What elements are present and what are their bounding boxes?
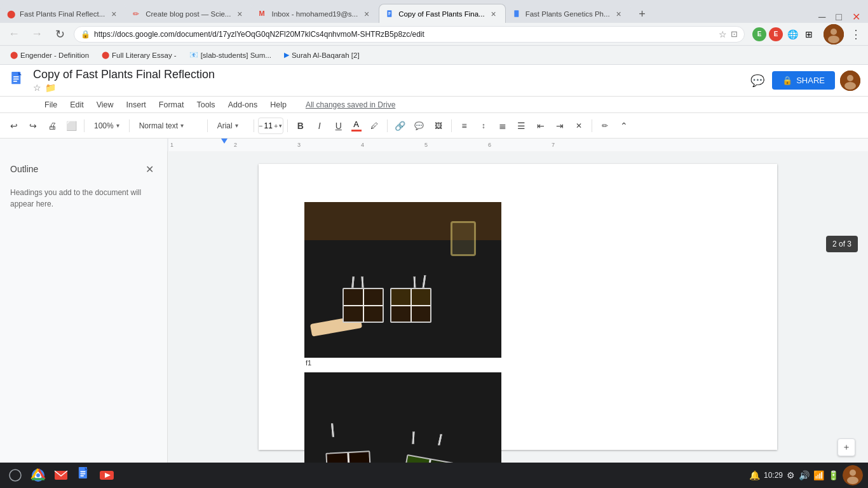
editing-mode-button[interactable]: ✏ bbox=[596, 117, 614, 135]
doc-scroll[interactable]: f1 bbox=[168, 151, 868, 463]
tab4-close[interactable]: × bbox=[489, 9, 499, 19]
expand-button[interactable]: ⌃ bbox=[615, 117, 633, 135]
taskbar-battery-icon[interactable]: 🔋 bbox=[828, 470, 839, 480]
taskbar-youtube-icon[interactable] bbox=[97, 465, 117, 485]
menu-edit[interactable]: Edit bbox=[64, 98, 90, 111]
taskbar-user-avatar[interactable] bbox=[843, 465, 863, 485]
minimize-button[interactable]: ─ bbox=[816, 11, 828, 23]
menu-view[interactable]: View bbox=[90, 98, 120, 111]
ext-icon-3[interactable]: 🌐 bbox=[785, 27, 799, 41]
sidebar-header: Outline ✕ bbox=[10, 161, 157, 177]
doc-image-2[interactable] bbox=[304, 372, 501, 463]
svg-rect-12 bbox=[13, 81, 17, 82]
tab5-close[interactable]: × bbox=[614, 9, 624, 19]
text-color-button[interactable]: A bbox=[349, 118, 364, 133]
tab5-title: Fast Plants Genetics Ph... bbox=[526, 10, 610, 18]
back-button[interactable]: ← bbox=[5, 25, 23, 43]
underline-button[interactable]: U bbox=[330, 117, 348, 135]
decrease-indent-button[interactable]: ⇤ bbox=[532, 117, 550, 135]
tab-inbox[interactable]: M Inbox - hmohamed19@s... × bbox=[252, 4, 379, 23]
menu-help[interactable]: Help bbox=[264, 98, 293, 111]
comment-toolbar-button[interactable]: 💬 bbox=[410, 117, 428, 135]
page-indicator-text: 2 of 3 bbox=[832, 240, 851, 248]
ext-icon-2[interactable]: E bbox=[769, 27, 783, 41]
ordered-list-button[interactable]: ≣ bbox=[494, 117, 512, 135]
svg-rect-4 bbox=[514, 10, 519, 17]
sidebar-close-button[interactable]: ✕ bbox=[142, 161, 157, 177]
forward-button[interactable]: → bbox=[28, 25, 46, 43]
align-button[interactable]: ≡ bbox=[456, 117, 473, 135]
taskbar-gmail-icon[interactable] bbox=[51, 465, 71, 485]
undo-button[interactable]: ↩ bbox=[5, 117, 23, 135]
share-button[interactable]: 🔒 SHARE bbox=[772, 71, 835, 90]
notification-icon[interactable]: 🔔 bbox=[749, 470, 760, 480]
taskbar-chrome-icon[interactable] bbox=[28, 465, 48, 485]
paint-format-button[interactable]: ⬜ bbox=[62, 117, 80, 135]
font-size-plus[interactable]: + bbox=[274, 122, 278, 130]
line-spacing-button[interactable]: ↕ bbox=[475, 117, 492, 135]
new-tab-button[interactable]: + bbox=[634, 5, 651, 23]
style-dropdown[interactable]: Normal text ▾ bbox=[133, 119, 203, 133]
link-button[interactable]: 🔗 bbox=[391, 117, 409, 135]
user-avatar[interactable] bbox=[840, 71, 860, 91]
menu-file[interactable]: File bbox=[38, 98, 64, 111]
doc-image-1[interactable] bbox=[304, 202, 501, 358]
taskbar-volume-icon[interactable]: 🔊 bbox=[799, 470, 810, 480]
svg-point-7 bbox=[828, 36, 839, 43]
highlight-button[interactable]: 🖊 bbox=[365, 117, 383, 135]
scroll-to-bottom-button[interactable]: ＋ bbox=[837, 438, 855, 456]
share-label: SHARE bbox=[796, 76, 825, 85]
svg-point-42 bbox=[847, 477, 858, 484]
font-size-minus[interactable]: − bbox=[259, 122, 262, 130]
tab-create-blog[interactable]: ✏ Create blog post — Scie... × bbox=[126, 4, 252, 23]
cast-icon[interactable]: ⊡ bbox=[731, 29, 738, 39]
bold-button[interactable]: B bbox=[292, 117, 309, 135]
tab-fast-plants-final[interactable]: ⬤ Fast Plants Final Reflect... × bbox=[0, 4, 126, 23]
clear-formatting-button[interactable]: ✕ bbox=[570, 117, 588, 135]
tab1-close[interactable]: × bbox=[109, 9, 119, 19]
ext-icon-1[interactable]: E bbox=[752, 27, 766, 41]
ext-icon-4[interactable]: ⊞ bbox=[802, 27, 816, 41]
taskbar-wifi-icon[interactable]: 📶 bbox=[813, 470, 824, 480]
profile-avatar[interactable] bbox=[824, 24, 844, 44]
image-button[interactable]: 🖼 bbox=[430, 117, 447, 135]
folder-icon[interactable]: 📁 bbox=[45, 83, 56, 93]
bookmark-literary-essay[interactable]: ⬤ Full Literary Essay - bbox=[97, 50, 182, 60]
print-button[interactable]: 🖨 bbox=[43, 117, 61, 135]
tab-copy-fast-plants[interactable]: Copy of Fast Plants Fina... × bbox=[379, 4, 506, 23]
star-doc-icon[interactable]: ☆ bbox=[33, 83, 41, 93]
font-size-arrow: ▾ bbox=[279, 123, 282, 129]
redo-button[interactable]: ↪ bbox=[24, 117, 42, 135]
menu-insert[interactable]: Insert bbox=[120, 98, 153, 111]
unordered-list-button[interactable]: ☰ bbox=[513, 117, 531, 135]
tab1-title: Fast Plants Final Reflect... bbox=[20, 10, 105, 18]
url-box[interactable]: 🔒 https://docs.google.com/document/d/17y… bbox=[74, 26, 745, 43]
bookmark-surah[interactable]: ▶ Surah Al-Baqarah [2] bbox=[279, 50, 365, 60]
reload-button[interactable]: ↻ bbox=[51, 25, 69, 43]
bookmark-engender[interactable]: ⬤ Engender - Definition bbox=[5, 50, 94, 60]
zoom-dropdown[interactable]: 100% ▾ bbox=[88, 119, 125, 133]
bookmark-slab[interactable]: 📧 [slab-students] Sum... bbox=[184, 50, 276, 60]
doc-title[interactable]: Copy of Fast Plants Final Reflection bbox=[33, 68, 742, 81]
close-button[interactable]: ✕ bbox=[850, 11, 863, 23]
docs-header: Copy of Fast Plants Final Reflection ☆ 📁… bbox=[0, 65, 868, 97]
italic-button[interactable]: I bbox=[311, 117, 329, 135]
taskbar-docs-icon[interactable] bbox=[74, 465, 94, 485]
bookmark-star-icon[interactable]: ☆ bbox=[719, 29, 727, 39]
tab3-close[interactable]: × bbox=[362, 9, 372, 19]
menu-format[interactable]: Format bbox=[153, 98, 191, 111]
taskbar-settings-icon[interactable]: ⚙ bbox=[787, 470, 795, 480]
menu-addons[interactable]: Add-ons bbox=[222, 98, 264, 111]
increase-indent-button[interactable]: ⇥ bbox=[551, 117, 569, 135]
font-dropdown[interactable]: Arial ▾ bbox=[212, 119, 250, 133]
tab2-close[interactable]: × bbox=[234, 9, 245, 19]
taskbar-power-icon[interactable] bbox=[5, 465, 25, 485]
font-size-dropdown[interactable]: − 11 + ▾ bbox=[258, 118, 283, 134]
tab-fast-plants-genetics[interactable]: Fast Plants Genetics Ph... × bbox=[506, 4, 631, 23]
maximize-button[interactable]: □ bbox=[833, 11, 844, 23]
menu-tools[interactable]: Tools bbox=[190, 98, 221, 111]
toolbar-divider-5 bbox=[287, 119, 288, 132]
svg-text:4: 4 bbox=[361, 142, 364, 148]
comment-button[interactable]: 💬 bbox=[748, 71, 767, 90]
menu-more-button[interactable]: ⋮ bbox=[849, 27, 863, 41]
